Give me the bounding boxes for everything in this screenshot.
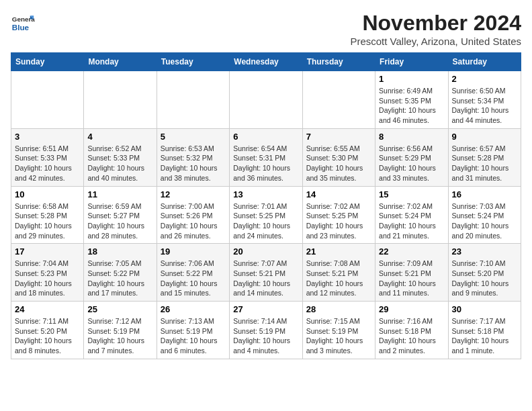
day-info: Sunrise: 7:17 AM Sunset: 5:18 PM Dayligh… — [452, 316, 517, 356]
day-number: 4 — [87, 132, 152, 142]
calendar-cell: 11Sunrise: 6:59 AM Sunset: 5:27 PM Dayli… — [84, 186, 157, 244]
day-info: Sunrise: 7:08 AM Sunset: 5:21 PM Dayligh… — [306, 259, 371, 298]
day-info: Sunrise: 6:51 AM Sunset: 5:33 PM Dayligh… — [15, 144, 80, 183]
week-row-2: 10Sunrise: 6:58 AM Sunset: 5:28 PM Dayli… — [11, 186, 521, 244]
day-number: 10 — [15, 189, 80, 199]
day-info: Sunrise: 6:58 AM Sunset: 5:28 PM Dayligh… — [15, 201, 80, 241]
day-header-saturday: Saturday — [448, 53, 521, 71]
day-header-sunday: Sunday — [11, 53, 84, 71]
calendar-cell: 19Sunrise: 7:06 AM Sunset: 5:22 PM Dayli… — [157, 244, 229, 302]
day-info: Sunrise: 7:12 AM Sunset: 5:19 PM Dayligh… — [87, 316, 152, 356]
day-header-wednesday: Wednesday — [230, 53, 302, 71]
day-info: Sunrise: 6:54 AM Sunset: 5:31 PM Dayligh… — [233, 144, 298, 183]
day-header-tuesday: Tuesday — [157, 53, 229, 71]
day-info: Sunrise: 7:16 AM Sunset: 5:18 PM Dayligh… — [379, 316, 444, 356]
calendar-cell: 5Sunrise: 6:53 AM Sunset: 5:32 PM Daylig… — [157, 128, 229, 186]
day-number: 21 — [306, 246, 371, 257]
day-number: 23 — [452, 246, 517, 257]
calendar-cell: 7Sunrise: 6:55 AM Sunset: 5:30 PM Daylig… — [302, 128, 375, 186]
calendar-cell: 13Sunrise: 7:01 AM Sunset: 5:25 PM Dayli… — [230, 186, 302, 244]
calendar-cell: 3Sunrise: 6:51 AM Sunset: 5:33 PM Daylig… — [11, 128, 84, 186]
calendar-cell: 22Sunrise: 7:09 AM Sunset: 5:21 PM Dayli… — [375, 244, 448, 302]
calendar-cell: 18Sunrise: 7:05 AM Sunset: 5:22 PM Dayli… — [84, 244, 157, 302]
week-row-3: 17Sunrise: 7:04 AM Sunset: 5:23 PM Dayli… — [11, 244, 521, 302]
day-info: Sunrise: 6:50 AM Sunset: 5:34 PM Dayligh… — [452, 86, 517, 126]
calendar-cell: 12Sunrise: 7:00 AM Sunset: 5:26 PM Dayli… — [157, 186, 229, 244]
day-info: Sunrise: 7:15 AM Sunset: 5:19 PM Dayligh… — [306, 316, 371, 356]
day-info: Sunrise: 6:52 AM Sunset: 5:33 PM Dayligh… — [87, 144, 152, 183]
day-info: Sunrise: 6:53 AM Sunset: 5:32 PM Dayligh… — [161, 144, 226, 183]
day-number: 27 — [233, 304, 298, 314]
location: Prescott Valley, Arizona, United States — [350, 36, 521, 47]
day-info: Sunrise: 7:00 AM Sunset: 5:26 PM Dayligh… — [161, 201, 226, 241]
day-number: 18 — [87, 246, 152, 257]
day-number: 25 — [87, 304, 152, 314]
calendar-cell: 27Sunrise: 7:14 AM Sunset: 5:19 PM Dayli… — [230, 302, 302, 359]
calendar-cell: 2Sunrise: 6:50 AM Sunset: 5:34 PM Daylig… — [448, 71, 521, 129]
day-info: Sunrise: 7:11 AM Sunset: 5:20 PM Dayligh… — [15, 316, 80, 356]
calendar-cell: 25Sunrise: 7:12 AM Sunset: 5:19 PM Dayli… — [84, 302, 157, 359]
day-info: Sunrise: 7:03 AM Sunset: 5:24 PM Dayligh… — [452, 201, 517, 241]
day-number: 29 — [379, 304, 444, 314]
day-info: Sunrise: 7:06 AM Sunset: 5:22 PM Dayligh… — [161, 259, 226, 298]
day-info: Sunrise: 7:02 AM Sunset: 5:25 PM Dayligh… — [306, 201, 371, 241]
calendar-cell: 24Sunrise: 7:11 AM Sunset: 5:20 PM Dayli… — [11, 302, 84, 359]
day-header-monday: Monday — [84, 53, 157, 71]
day-info: Sunrise: 6:59 AM Sunset: 5:27 PM Dayligh… — [87, 201, 152, 241]
day-number: 13 — [233, 189, 298, 199]
week-row-4: 24Sunrise: 7:11 AM Sunset: 5:20 PM Dayli… — [11, 302, 521, 359]
calendar-cell: 10Sunrise: 6:58 AM Sunset: 5:28 PM Dayli… — [11, 186, 84, 244]
calendar-body: 1Sunrise: 6:49 AM Sunset: 5:35 PM Daylig… — [11, 71, 521, 359]
day-info: Sunrise: 6:55 AM Sunset: 5:30 PM Dayligh… — [306, 144, 371, 183]
calendar-cell: 21Sunrise: 7:08 AM Sunset: 5:21 PM Dayli… — [302, 244, 375, 302]
day-number: 12 — [161, 189, 226, 199]
calendar-cell: 23Sunrise: 7:10 AM Sunset: 5:20 PM Dayli… — [448, 244, 521, 302]
calendar-cell: 4Sunrise: 6:52 AM Sunset: 5:33 PM Daylig… — [84, 128, 157, 186]
day-number: 24 — [15, 304, 80, 314]
day-number: 17 — [15, 246, 80, 257]
day-number: 6 — [233, 132, 298, 142]
calendar-header-row: SundayMondayTuesdayWednesdayThursdayFrid… — [11, 53, 521, 71]
calendar-cell — [302, 71, 375, 129]
day-info: Sunrise: 6:57 AM Sunset: 5:28 PM Dayligh… — [452, 144, 517, 183]
day-info: Sunrise: 6:49 AM Sunset: 5:35 PM Dayligh… — [379, 86, 444, 126]
calendar-cell — [84, 71, 157, 129]
day-info: Sunrise: 7:09 AM Sunset: 5:21 PM Dayligh… — [379, 259, 444, 298]
day-number: 30 — [452, 304, 517, 314]
month-title: November 2024 — [350, 11, 521, 36]
day-number: 28 — [306, 304, 371, 314]
day-number: 3 — [15, 132, 80, 142]
day-number: 26 — [161, 304, 226, 314]
calendar-cell: 8Sunrise: 6:56 AM Sunset: 5:29 PM Daylig… — [375, 128, 448, 186]
day-header-friday: Friday — [375, 53, 448, 71]
logo: General Blue — [11, 11, 38, 35]
title-area: November 2024 Prescott Valley, Arizona, … — [350, 11, 521, 47]
day-number: 20 — [233, 246, 298, 257]
day-number: 7 — [306, 132, 371, 142]
day-info: Sunrise: 7:04 AM Sunset: 5:23 PM Dayligh… — [15, 259, 80, 298]
day-number: 9 — [452, 132, 517, 142]
calendar-cell — [157, 71, 229, 129]
day-number: 2 — [452, 74, 517, 84]
calendar-cell: 9Sunrise: 6:57 AM Sunset: 5:28 PM Daylig… — [448, 128, 521, 186]
calendar-table: SundayMondayTuesdayWednesdayThursdayFrid… — [11, 52, 521, 359]
day-number: 19 — [161, 246, 226, 257]
day-number: 5 — [161, 132, 226, 142]
week-row-1: 3Sunrise: 6:51 AM Sunset: 5:33 PM Daylig… — [11, 128, 521, 186]
calendar-cell — [11, 71, 84, 129]
calendar-cell: 29Sunrise: 7:16 AM Sunset: 5:18 PM Dayli… — [375, 302, 448, 359]
day-info: Sunrise: 7:13 AM Sunset: 5:19 PM Dayligh… — [161, 316, 226, 356]
calendar-cell: 20Sunrise: 7:07 AM Sunset: 5:21 PM Dayli… — [230, 244, 302, 302]
calendar-cell: 6Sunrise: 6:54 AM Sunset: 5:31 PM Daylig… — [230, 128, 302, 186]
calendar-cell: 15Sunrise: 7:02 AM Sunset: 5:24 PM Dayli… — [375, 186, 448, 244]
day-number: 22 — [379, 246, 444, 257]
calendar-cell: 14Sunrise: 7:02 AM Sunset: 5:25 PM Dayli… — [302, 186, 375, 244]
day-info: Sunrise: 6:56 AM Sunset: 5:29 PM Dayligh… — [379, 144, 444, 183]
calendar-cell: 30Sunrise: 7:17 AM Sunset: 5:18 PM Dayli… — [448, 302, 521, 359]
day-number: 1 — [379, 74, 444, 84]
day-info: Sunrise: 7:07 AM Sunset: 5:21 PM Dayligh… — [233, 259, 298, 298]
day-info: Sunrise: 7:02 AM Sunset: 5:24 PM Dayligh… — [379, 201, 444, 241]
day-number: 8 — [379, 132, 444, 142]
calendar-cell: 26Sunrise: 7:13 AM Sunset: 5:19 PM Dayli… — [157, 302, 229, 359]
calendar-cell: 28Sunrise: 7:15 AM Sunset: 5:19 PM Dayli… — [302, 302, 375, 359]
